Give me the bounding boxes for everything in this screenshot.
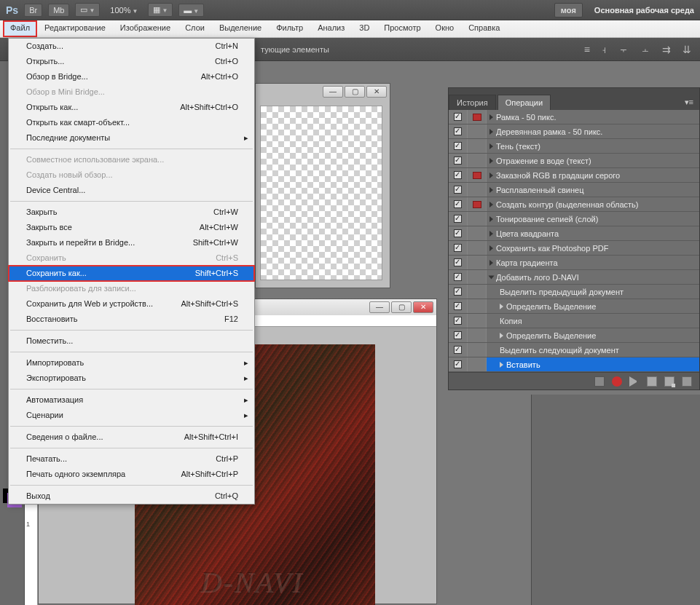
checkbox-icon[interactable] (454, 186, 462, 194)
tab-history[interactable]: История (449, 95, 496, 110)
play-icon[interactable] (629, 376, 640, 387)
minibridge-button[interactable]: Mb (48, 4, 69, 17)
disclosure-icon[interactable] (489, 187, 493, 193)
trash-icon[interactable] (682, 376, 692, 387)
document-window-1[interactable]: — ▢ ✕ (255, 83, 390, 288)
disclosure-icon[interactable] (489, 129, 493, 135)
checkbox-icon[interactable] (454, 215, 462, 223)
checkbox-icon[interactable] (454, 142, 462, 150)
action-row[interactable]: Вставить (449, 357, 699, 372)
screenmode-button[interactable]: ▬▼ (178, 4, 204, 17)
distribute-icon[interactable]: ⇉ (662, 44, 671, 55)
record-icon[interactable] (612, 376, 622, 387)
menu-edit[interactable]: Редактирование (37, 20, 113, 37)
checkbox-icon[interactable] (454, 200, 462, 208)
minimize-button[interactable]: — (369, 301, 390, 313)
bridge-button[interactable]: Br (24, 4, 42, 17)
action-row[interactable]: Тень (текст) (449, 139, 699, 154)
menu-item[interactable]: Открыть как...Alt+Shift+Ctrl+O (9, 100, 254, 115)
maximize-button[interactable]: ▢ (391, 301, 412, 313)
action-row[interactable]: Деревянная рамка - 50 пикс. (449, 124, 699, 139)
menu-item[interactable]: Device Central... (9, 183, 254, 198)
disclosure-icon[interactable] (489, 275, 495, 279)
maximize-button[interactable]: ▢ (345, 86, 365, 98)
align-icon[interactable]: ⫞ (602, 44, 607, 55)
menu-item[interactable]: ВосстановитьF12 (9, 312, 254, 327)
menu-item[interactable]: Автоматизация (9, 392, 254, 408)
align-icon[interactable]: ⫟ (618, 44, 629, 55)
menu-item[interactable]: Сохранить как...Shift+Ctrl+S (9, 266, 254, 281)
menu-select[interactable]: Выделение (212, 20, 269, 37)
dialog-icon[interactable] (473, 172, 481, 179)
menu-item[interactable]: Закрыть всеAlt+Ctrl+W (9, 220, 254, 235)
menu-item[interactable]: Открыть как смарт-объект... (9, 115, 254, 130)
checkbox-icon[interactable] (454, 302, 462, 310)
close-button[interactable]: ✕ (366, 86, 387, 98)
disclosure-icon[interactable] (489, 114, 493, 120)
action-row[interactable]: Копия (449, 314, 699, 328)
checkbox-icon[interactable] (454, 244, 462, 252)
close-button[interactable]: ✕ (413, 301, 433, 313)
checkbox-icon[interactable] (454, 360, 462, 368)
action-row[interactable]: Отражение в воде (текст) (449, 154, 699, 168)
align-icon[interactable]: ⫠ (640, 44, 650, 55)
panel-grip[interactable] (449, 88, 699, 94)
checkbox-icon[interactable] (454, 171, 462, 179)
action-row[interactable]: Карта градиента (449, 256, 699, 270)
disclosure-icon[interactable] (489, 202, 493, 207)
menu-item[interactable]: Обзор в Bridge...Alt+Ctrl+O (9, 69, 254, 84)
menu-item[interactable]: ВыходCtrl+Q (9, 489, 254, 504)
menu-item[interactable]: Закрыть и перейти в Bridge...Shift+Ctrl+… (9, 235, 254, 250)
menu-3d[interactable]: 3D (352, 20, 377, 37)
menu-item[interactable]: Создать...Ctrl+N (9, 39, 254, 54)
action-row[interactable]: Добавить лого D-NAVI (449, 270, 699, 285)
menu-item[interactable]: Последние документы (9, 130, 254, 146)
menu-help[interactable]: Справка (461, 20, 507, 37)
menu-item[interactable]: Импортировать (9, 355, 254, 371)
transparent-canvas[interactable] (260, 106, 382, 280)
disclosure-icon[interactable] (489, 245, 493, 251)
checkbox-icon[interactable] (454, 331, 462, 339)
minimize-button[interactable]: — (323, 86, 343, 98)
disclosure-icon[interactable] (500, 304, 503, 309)
disclosure-icon[interactable] (500, 333, 503, 339)
checkbox-icon[interactable] (454, 229, 462, 237)
action-row[interactable]: Сохранить как Photoshop PDF (449, 241, 699, 256)
action-row[interactable]: Выделить предыдущий документ (449, 285, 699, 299)
menu-analysis[interactable]: Анализ (310, 20, 352, 37)
menu-item[interactable]: Поместить... (9, 333, 254, 349)
action-row[interactable]: Расплавленный свинец (449, 183, 699, 197)
disclosure-icon[interactable] (489, 260, 493, 266)
workspace-user-button[interactable]: моя (554, 3, 583, 17)
menu-layers[interactable]: Слои (178, 20, 212, 37)
checkbox-icon[interactable] (454, 317, 462, 325)
arrange-button[interactable]: ▦▼ (148, 3, 173, 17)
menu-item[interactable]: Печать одного экземпляраAlt+Shift+Ctrl+P (9, 467, 254, 482)
stop-icon[interactable] (594, 376, 605, 387)
checkbox-icon[interactable] (454, 273, 462, 281)
menu-item[interactable]: Открыть...Ctrl+O (9, 54, 254, 69)
workspace-name[interactable]: Основная рабочая среда (594, 6, 694, 15)
menu-file[interactable]: Файл (3, 20, 37, 37)
align-icon[interactable]: ≡ (584, 44, 590, 55)
checkbox-icon[interactable] (454, 346, 462, 354)
menu-item[interactable]: Сценарии (9, 408, 254, 423)
distribute-icon[interactable]: ⇊ (683, 44, 691, 55)
action-row[interactable]: Цвета квадранта (449, 226, 699, 241)
action-row[interactable]: Создать контур (выделенная область) (449, 197, 699, 212)
action-row[interactable]: Определить Выделение (449, 328, 699, 343)
checkbox-icon[interactable] (454, 113, 462, 121)
actions-list[interactable]: Рамка - 50 пикс.Деревянная рамка - 50 пи… (449, 110, 699, 372)
dialog-icon[interactable] (473, 114, 481, 121)
menu-item[interactable]: Сохранить для Web и устройств...Alt+Shif… (9, 296, 254, 312)
checkbox-icon[interactable] (454, 157, 462, 165)
menu-item[interactable]: Сведения о файле...Alt+Shift+Ctrl+I (9, 430, 254, 445)
menu-item[interactable]: Экспортировать (9, 371, 254, 386)
menu-view[interactable]: Просмотр (377, 20, 428, 37)
new-set-icon[interactable] (647, 376, 657, 387)
disclosure-icon[interactable] (489, 143, 493, 149)
action-row[interactable]: Тонирование сепией (слой) (449, 212, 699, 226)
menu-item[interactable]: ЗакрытьCtrl+W (9, 205, 254, 220)
zoom-value[interactable]: 100%▼ (110, 6, 138, 15)
checkbox-icon[interactable] (454, 127, 462, 135)
